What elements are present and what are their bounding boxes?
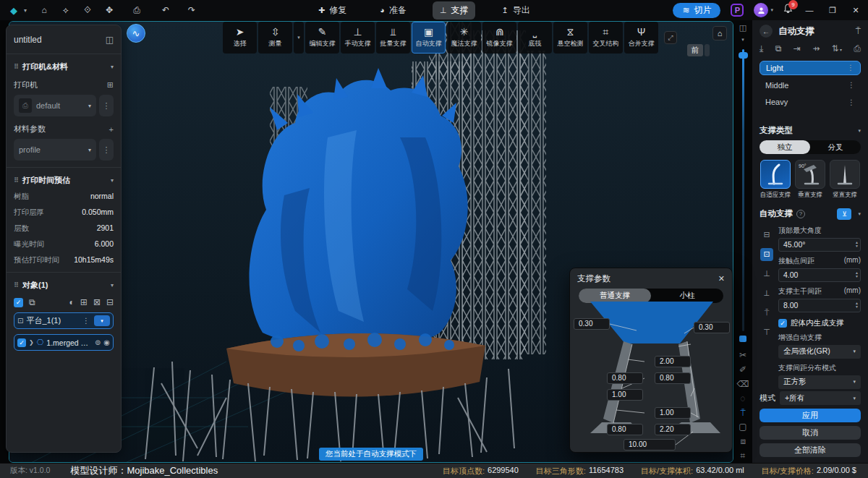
import-preset-icon[interactable]: ⇥	[793, 43, 801, 54]
select-all-checkbox[interactable]: ✓	[14, 298, 23, 307]
stamp-icon[interactable]: ⟡	[58, 3, 74, 17]
tool-mirror-support[interactable]: ⋒ 镜像支撑	[482, 22, 516, 54]
chevron-down-icon[interactable]: ▾	[741, 34, 744, 46]
cavity-checkbox[interactable]: ✓	[778, 319, 787, 328]
visibility-icon[interactable]: ◉	[103, 338, 110, 346]
delete-icon[interactable]: ⊠	[93, 297, 101, 307]
card-adaptive-support[interactable]: 自适应支撑	[760, 160, 791, 200]
section-objects[interactable]: ⠿ 对象(1) ▾	[14, 279, 114, 291]
support-c-icon[interactable]: ⍑	[760, 307, 773, 320]
app-logo-icon[interactable]: ◆	[6, 3, 22, 17]
printer-menu-button[interactable]: ⋮	[99, 95, 114, 116]
back-button[interactable]: ←	[760, 25, 773, 38]
stepper-icon[interactable]: ▲▼	[855, 302, 859, 309]
param-low-left[interactable]: 0.80	[607, 424, 643, 435]
export-preset-icon[interactable]: ⇸	[812, 43, 820, 54]
expand-row-icon[interactable]: ❯	[29, 339, 34, 346]
param-mid-left-2[interactable]: 1.00	[607, 389, 643, 401]
width-icon[interactable]: ⊟	[760, 229, 773, 242]
logo-caret-icon[interactable]: ▾	[22, 3, 29, 17]
material-menu-button[interactable]: ⋮	[99, 139, 114, 161]
kebab-icon[interactable]: ⋮	[847, 64, 854, 72]
tool-manual-support[interactable]: ⊥ 手动支撑	[341, 22, 375, 54]
caret-down-icon[interactable]: ▾	[858, 211, 861, 217]
minimize-button[interactable]: —	[803, 6, 816, 14]
frame-icon[interactable]: ⧈	[740, 434, 746, 448]
chevron-down-icon[interactable]: ▾	[111, 282, 114, 289]
panel-toggle-icon[interactable]: ◫	[739, 22, 746, 34]
add-material-icon[interactable]: +	[109, 125, 114, 134]
eraser-icon[interactable]: ⌫	[737, 377, 749, 391]
add-frame-icon[interactable]: ⊞	[80, 297, 88, 307]
apply-button[interactable]: 应用	[760, 409, 861, 422]
param-low-right[interactable]: 2.20	[655, 424, 691, 435]
platform-row[interactable]: ⊡ 平台_1(1) ⋮ ▾	[14, 312, 114, 329]
top-angle-input[interactable]: 45.00° ▲▼	[778, 238, 861, 252]
assistant-button[interactable]: ∿	[127, 24, 145, 43]
segment-branching[interactable]: 分叉	[810, 140, 861, 154]
sort-icon[interactable]: ⇅▾	[832, 43, 842, 54]
nav-support[interactable]: ⊥ 支撑	[433, 1, 476, 20]
param-top-left[interactable]: 0.30	[574, 318, 610, 330]
mode-select[interactable]: +所有 ▾	[780, 391, 861, 405]
param-top-right[interactable]: 0.30	[694, 322, 730, 333]
param-mid-left-1[interactable]: 0.80	[607, 372, 643, 384]
help-icon[interactable]: ?	[796, 210, 805, 218]
layer-slider-end-handle[interactable]	[739, 336, 746, 342]
focus-icon[interactable]: ⊚	[95, 338, 101, 346]
toolbar-collapse-button[interactable]: ⤢	[664, 31, 677, 44]
stepper-icon[interactable]: ▲▼	[855, 271, 859, 278]
visibility-settings-icon[interactable]: ⊟	[106, 297, 114, 307]
layer-slider-handle[interactable]	[739, 52, 748, 59]
stepper-icon[interactable]: ▲▼	[855, 241, 859, 248]
palette-icon[interactable]: ◐	[69, 297, 75, 307]
orbit-icon[interactable]: ⟐	[80, 3, 95, 17]
reset-view-button[interactable]: ⌂	[712, 26, 727, 40]
card-vertical-support[interactable]: 竖直支撑	[829, 160, 861, 200]
beam-icon[interactable]: ⊤	[760, 326, 773, 339]
cancel-button[interactable]: 取消	[760, 426, 861, 440]
scissors-icon[interactable]: ✂	[739, 348, 746, 362]
param-mid-right-2[interactable]: 1.00	[655, 407, 691, 419]
slice-button[interactable]: ≋ 切片	[673, 3, 720, 18]
kebab-icon[interactable]: ⋮	[82, 317, 90, 325]
tool-merge-support[interactable]: Ψ 合并支撑	[624, 22, 658, 54]
group-icon[interactable]: ⧉	[29, 297, 35, 307]
home-icon[interactable]: ⌂	[36, 3, 52, 17]
support-b-icon[interactable]: ⟂	[760, 287, 773, 300]
kebab-icon[interactable]: ⋮	[848, 81, 855, 89]
grid-icon[interactable]: ⌗	[741, 448, 746, 463]
param-upper-mid[interactable]: 2.00	[655, 356, 691, 367]
support-params-dialog[interactable]: 支撑参数 ✕ 普通支撑 小柱 0.30 0.30	[569, 268, 733, 453]
layer-slider[interactable]	[742, 49, 744, 331]
trunk-spacing-input[interactable]: 8.00 ▲▼	[778, 299, 861, 312]
tool-auto-support[interactable]: ▣ 自动支撑	[412, 22, 446, 54]
segment-independent[interactable]: 独立	[760, 140, 810, 154]
preset-light[interactable]: Light ⋮	[760, 61, 861, 76]
param-bottom[interactable]: 10.00	[624, 439, 676, 451]
nav-prepare[interactable]: ◕ 准备	[373, 1, 414, 20]
download-preset-icon[interactable]: ⤓	[760, 43, 763, 54]
cavity-support-checkbox-row[interactable]: ✓ 腔体内生成支撑	[778, 318, 861, 328]
tool-measure[interactable]: ⇳ 测量	[258, 22, 292, 54]
chevron-down-icon[interactable]: ▾	[111, 64, 114, 70]
chevron-down-icon[interactable]: ▾	[858, 128, 861, 134]
save-icon[interactable]: ⎙	[129, 3, 145, 17]
dialog-close-icon[interactable]: ✕	[718, 274, 725, 283]
sphere-icon[interactable]: ◌	[740, 391, 745, 406]
tool-overhang-detect[interactable]: ⧖ 悬空检测	[553, 22, 587, 54]
tool-batch-support[interactable]: ⫫ 批量支撑	[376, 22, 410, 54]
preset-heavy[interactable]: Heavy ⋮	[760, 95, 861, 110]
model-checkbox[interactable]: ✓	[17, 338, 26, 347]
pen-icon[interactable]: ✐	[739, 362, 746, 377]
move-icon[interactable]: ✥	[101, 3, 117, 17]
redo-icon[interactable]: ↷	[184, 3, 200, 17]
material-select[interactable]: profile ▾	[14, 139, 96, 161]
tool-cross-structure[interactable]: ⌗ 交叉结构	[589, 22, 623, 54]
kebab-icon[interactable]: ⋮	[848, 98, 855, 106]
support-tool-icon[interactable]: ⍑	[740, 406, 745, 420]
box-icon[interactable]: ▢	[739, 420, 746, 435]
plugin-logo[interactable]: P	[731, 4, 744, 17]
printer-select[interactable]: ⎙ default ▾	[14, 95, 96, 116]
add-printer-icon[interactable]: ⊞	[107, 80, 114, 90]
